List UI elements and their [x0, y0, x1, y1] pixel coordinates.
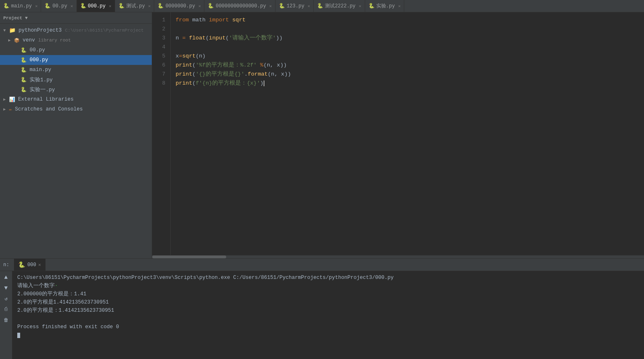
tab-label: 测试2222.py: [325, 2, 355, 9]
tree-item-venv[interactable]: ▶📦venvlibrary root: [0, 35, 152, 45]
console-cursor-line: [17, 331, 639, 339]
line-number: 5: [155, 52, 165, 61]
expand-arrow: ▶: [3, 97, 7, 102]
line-number: 8: [155, 79, 165, 88]
editor-content: 12345678 from math import sqrt n = float…: [152, 12, 644, 255]
editor-scrollbar[interactable]: [152, 255, 644, 258]
code-line: n = float(input('请输入一个数字')): [176, 34, 639, 43]
run-tab[interactable]: 🐍 000 ✕: [14, 259, 45, 271]
tab-实验-py[interactable]: 🐍实验.py✕: [365, 0, 405, 12]
code-line: print(f'{n}的平方根是：{x}'): [176, 79, 639, 88]
scrollbar-thumb[interactable]: [152, 255, 226, 258]
code-line: [176, 43, 639, 52]
tab-label: 0000000.py: [165, 3, 195, 9]
tab-icon: 🐍: [3, 3, 9, 9]
rerun-button[interactable]: ↺: [2, 294, 11, 303]
tab-0000000-py[interactable]: 🐍0000000.py✕: [154, 0, 204, 12]
tab-00-py[interactable]: 🐍00.py✕: [41, 0, 76, 12]
tree-item-label: 000.py: [30, 57, 48, 63]
input-indicator: ·: [55, 283, 58, 289]
code-area[interactable]: from math import sqrt n = float(input('请…: [171, 12, 644, 255]
tree-item-00.py[interactable]: ▶🐍00.py: [0, 45, 152, 55]
line-number: 4: [155, 43, 165, 52]
tab-close-btn[interactable]: ✕: [148, 4, 151, 9]
run-toolbar: ▲ ▼ ↺ ⎙ 🗑: [0, 271, 12, 359]
tab-icon: 🐍: [80, 3, 86, 9]
tree-item-main.py[interactable]: ▶🐍main.py: [0, 65, 152, 75]
tree-item-pythonProject3[interactable]: ▼📁pythonProject3C:\Users\86151\PycharmPr…: [0, 25, 152, 35]
console-output[interactable]: C:\Users\86151\PycharmProjects\pythonPro…: [12, 271, 644, 359]
tab-main-py[interactable]: 🐍main.py✕: [0, 0, 41, 12]
tab-00000000000000-py[interactable]: 🐍00000000000000.py✕: [204, 0, 275, 12]
sidebar-tree: ▼📁pythonProject3C:\Users\86151\PycharmPr…: [0, 24, 152, 258]
code-line: x=sqrt(n): [176, 52, 639, 61]
tab-测试2222-py[interactable]: 🐍测试2222.py✕: [314, 0, 365, 12]
tree-item-label: pythonProject3: [19, 28, 62, 33]
tab-label: 123.py: [287, 3, 304, 9]
tree-item-label: 实验1.py: [30, 76, 53, 83]
tab-000-py[interactable]: 🐍000.py✕: [77, 0, 115, 12]
tree-item-实验1.py[interactable]: ▶🐍实验1.py: [0, 75, 152, 85]
console-input-line: 请输入一个数字·: [17, 282, 639, 290]
tab-close-btn[interactable]: ✕: [70, 4, 73, 9]
tab-close-btn[interactable]: ✕: [269, 4, 272, 9]
tab-close-btn[interactable]: ✕: [35, 4, 37, 9]
run-icon: 🐍: [18, 261, 25, 268]
tab-测试-py[interactable]: 🐍测试.py✕: [115, 0, 155, 12]
run-tab-close[interactable]: ✕: [38, 262, 41, 267]
tree-item-label: External Libraries: [18, 97, 74, 102]
print-button[interactable]: ⎙: [2, 305, 11, 314]
tab-icon: 🐍: [158, 3, 164, 9]
code-line: print('{}的平方根是{}'.format(n, x)): [176, 70, 639, 79]
console-path-line: C:\Users\86151\PycharmProjects\pythonPro…: [17, 274, 639, 282]
editor-area: 12345678 from math import sqrt n = float…: [152, 12, 644, 258]
tab-icon: 🐍: [368, 3, 375, 9]
tree-item-label: 00.py: [30, 47, 45, 53]
code-line: [176, 25, 639, 34]
tab-label: 000.py: [88, 3, 106, 9]
console-success-line: Process finished with exit code 0: [17, 323, 639, 331]
tab-bar: 🐍main.py✕🐍00.py✕🐍000.py✕🐍测试.py✕🐍0000000.…: [0, 0, 644, 12]
line-number: 7: [155, 70, 165, 79]
tab-close-btn[interactable]: ✕: [359, 4, 361, 9]
expand-arrow: ▶: [3, 107, 7, 112]
line-number: 6: [155, 61, 165, 70]
tree-item-label: main.py: [30, 67, 51, 73]
scroll-down-button[interactable]: ▼: [2, 283, 11, 292]
tree-item-Scratches-and-Consoles[interactable]: ▶✏️Scratches and Consoles: [0, 104, 152, 114]
bottom-tabs: n: 🐍 000 ✕: [0, 259, 644, 271]
tab-icon: 🐍: [44, 3, 51, 9]
tab-label: 00000000000000.py: [215, 3, 266, 9]
tab-close-btn[interactable]: ✕: [308, 4, 310, 9]
tab-close-btn[interactable]: ✕: [198, 4, 201, 9]
console-blank-line: [17, 315, 639, 323]
tree-item-实验一.py[interactable]: ▶🐍实验一.py: [0, 85, 152, 94]
run-label-prefix: n:: [3, 262, 9, 268]
tab-close-btn[interactable]: ✕: [398, 4, 401, 9]
scroll-up-button[interactable]: ▲: [2, 273, 11, 282]
line-numbers: 12345678: [152, 12, 171, 255]
console-cursor: [17, 333, 20, 338]
run-tab-label: 000: [27, 262, 36, 268]
tab-label: 00.py: [52, 3, 67, 9]
tab-icon: 🐍: [118, 3, 125, 9]
code-line: print('%f的平方根是：%.2f' %(n, x)): [176, 61, 639, 70]
tab-icon: 🐍: [279, 3, 285, 9]
expand-arrow: ▼: [3, 28, 7, 33]
tree-item-label: Scratches and Consoles: [15, 106, 83, 112]
tab-close-btn[interactable]: ✕: [109, 4, 111, 9]
tree-item-label: venv: [23, 37, 35, 43]
bottom-panel: n: 🐍 000 ✕ ▲ ▼ ↺ ⎙ 🗑 C:\Users\86151\Pych…: [0, 258, 644, 359]
clear-button[interactable]: 🗑: [2, 315, 11, 324]
main-area: Project ▼ ▼📁pythonProject3C:\Users\86151…: [0, 12, 644, 258]
tab-label: 测试.py: [126, 2, 145, 9]
tab-icon: 🐍: [317, 3, 323, 9]
tab-123-py[interactable]: 🐍123.py✕: [276, 0, 314, 12]
sidebar: Project ▼ ▼📁pythonProject3C:\Users\86151…: [0, 12, 152, 258]
tree-item-000.py[interactable]: ▶🐍000.py: [0, 55, 152, 65]
line-number: 3: [155, 34, 165, 43]
expand-arrow: ▶: [8, 38, 12, 43]
tree-item-External-Libraries[interactable]: ▶📊External Libraries: [0, 94, 152, 104]
code-line: from math import sqrt: [176, 16, 639, 25]
tab-label: 实验.py: [376, 2, 395, 9]
